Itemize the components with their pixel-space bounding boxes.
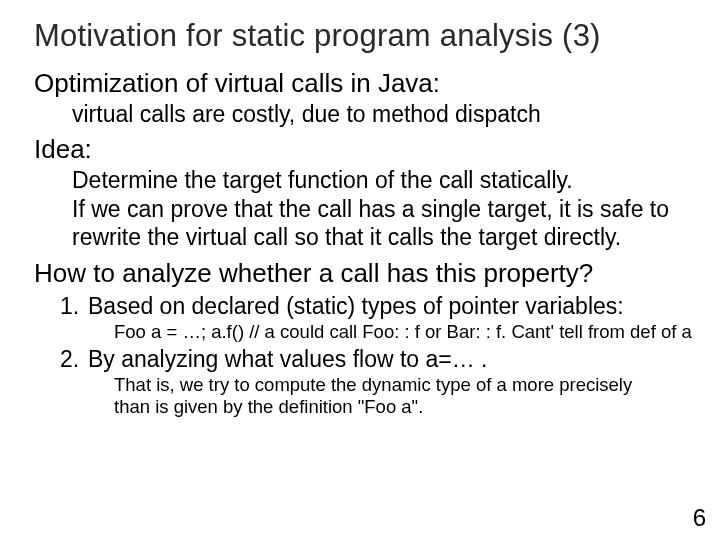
numbered-list: 1. Based on declared (static) types of p… (60, 293, 692, 418)
list-item-2: 2. By analyzing what values flow to a=… … (60, 346, 692, 373)
text-virtual-calls-costly: virtual calls are costly, due to method … (72, 101, 692, 128)
page-number: 6 (693, 504, 706, 532)
idea-line-3: rewrite the virtual call so that it call… (72, 224, 692, 252)
list-number-2: 2. (60, 346, 88, 373)
idea-line-1: Determine the target function of the cal… (72, 167, 692, 195)
list-number-1: 1. (60, 293, 88, 320)
heading-optimization: Optimization of virtual calls in Java: (34, 68, 692, 99)
slide-title: Motivation for static program analysis (… (34, 18, 692, 54)
list-text-1: Based on declared (static) types of poin… (88, 293, 624, 320)
slide: Motivation for static program analysis (… (0, 0, 720, 540)
list-note-1: Foo a = …; a.f() // a could call Foo: : … (114, 321, 692, 342)
list-text-2: By analyzing what values flow to a=… . (88, 346, 488, 373)
idea-line-2: If we can prove that the call has a sing… (72, 196, 692, 224)
list-note-2a: That is, we try to compute the dynamic t… (114, 374, 692, 395)
heading-how-analyze: How to analyze whether a call has this p… (34, 258, 692, 289)
list-item-1: 1. Based on declared (static) types of p… (60, 293, 692, 320)
heading-idea: Idea: (34, 134, 692, 165)
list-note-2b: than is given by the definition "Foo a". (114, 396, 692, 417)
idea-block: Determine the target function of the cal… (72, 167, 692, 252)
